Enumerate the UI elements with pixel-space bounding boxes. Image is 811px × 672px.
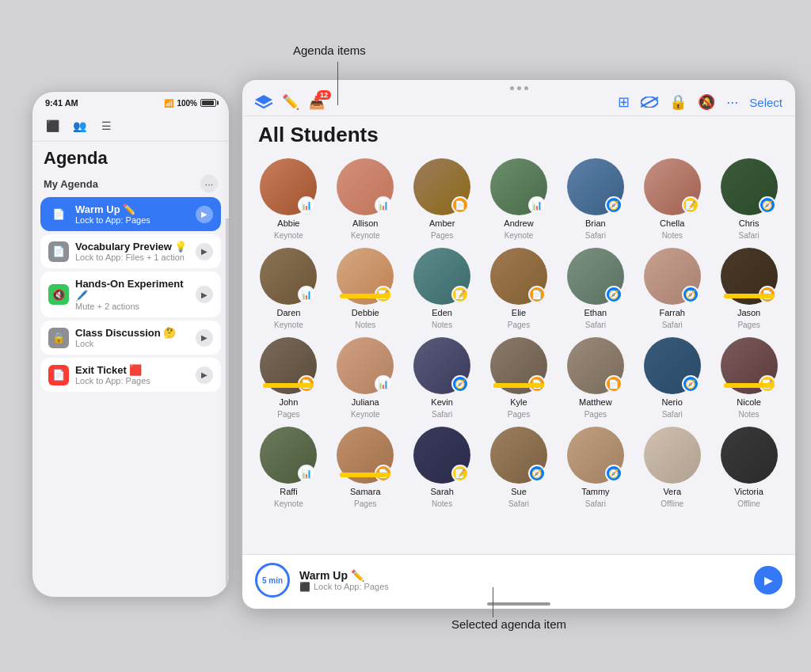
student-raffi[interactable]: 📊 Raffi Keynote [252,427,326,508]
andrew-avatar-wrap: 📊 [490,158,547,215]
raffi-name: Raffi [280,487,297,496]
agenda-item-hands-on[interactable]: 🔇 Hands-On Experiment 🖊️ Mute + 2 action… [40,271,221,317]
mute-icon[interactable]: 🔕 [698,93,715,111]
layers-small-icon: ⬛ [299,582,310,592]
hands-on-play-button[interactable]: ▶ [196,286,213,303]
john-name: John [279,397,298,407]
home-indicator [487,602,550,606]
student-andrew[interactable]: 📊 Andrew Keynote [482,158,556,240]
farrah-app: Safari [662,321,683,329]
exit-ticket-icon: 📄 [48,365,69,385]
tammy-avatar-wrap: 🧭 [567,427,624,484]
student-samara[interactable]: 📄 Samara Pages [329,427,402,508]
brian-badge: 🧭 [605,196,623,214]
daren-name: Daren [276,308,300,317]
sidebar-toggle-icon[interactable]: ⬛ [42,116,63,136]
agenda-item-exit-ticket[interactable]: 📄 Exit Ticket 🟥 Lock to App: Pages ▶ [40,358,221,392]
student-sue[interactable]: 🧭 Sue Safari [482,427,556,508]
matthew-app: Pages [584,410,607,419]
people-icon[interactable]: 👥 [69,116,89,136]
student-farrah[interactable]: 🧭 Farrah Safari [635,248,709,329]
my-agenda-row: My Agenda ··· [32,172,229,197]
bottom-bar: 5 min Warm Up ✏️ ⬛ Lock to App: Pages ▶ [242,554,795,609]
juliana-name: Juliana [352,397,379,407]
victoria-avatar-wrap [721,427,778,484]
allison-app: Keynote [351,231,380,240]
grid-icon[interactable]: ⊞ [618,93,630,111]
pencil-icon[interactable]: ✏️ [282,93,299,111]
warm-up-title: Warm Up ✏️ [75,203,196,215]
john-avatar-wrap: 📄 [260,337,317,394]
student-chris[interactable]: 🧭 Chris Safari [712,158,786,240]
hands-on-sub: Mute + 2 actions [75,302,196,311]
student-sarah[interactable]: 📝 Sarah Notes [406,427,479,508]
elie-name: Elie [512,308,526,317]
amber-avatar-wrap: 📄 [413,158,470,215]
my-agenda-more-button[interactable]: ··· [200,175,218,192]
top-dot-2 [517,86,521,90]
andrew-badge: 📊 [528,196,546,214]
student-ethan[interactable]: 🧭 Ethan Safari [558,248,632,329]
eden-name: Eden [432,308,452,317]
sarah-avatar-wrap: 📝 [413,427,470,484]
exit-ticket-play-button[interactable]: ▶ [196,366,213,384]
student-vera[interactable]: Vera Offline [635,427,709,508]
student-john[interactable]: 📄 John Pages [252,337,326,419]
select-button[interactable]: Select [749,96,782,109]
agenda-item-class-discussion[interactable]: 🔒 Class Discussion 🤔 Lock ▶ [40,321,221,355]
student-victoria[interactable]: Victoria Offline [712,427,786,508]
agenda-item-vocabulary[interactable]: 📄 Vocabulary Preview 💡 Lock to App: File… [40,234,221,268]
student-nicole[interactable]: 📝 Nicole Notes [712,337,786,419]
student-eden[interactable]: 📝 Eden Notes [406,248,479,329]
more-icon[interactable]: ··· [726,94,738,111]
student-kevin[interactable]: 🧭 Kevin Safari [406,337,479,419]
class-discussion-play-button[interactable]: ▶ [196,329,213,347]
nicole-yellow-bar [724,383,775,388]
samara-app: Pages [354,499,376,508]
samara-avatar-wrap: 📄 [337,427,394,484]
status-right: 📶 100% [164,99,216,108]
iphone-toolbar: ⬛ 👥 ☰ [32,111,229,142]
vera-app: Offline [661,499,683,508]
chris-app: Safari [739,231,760,240]
student-chella[interactable]: 📝 Chella Notes [635,158,709,240]
student-jason[interactable]: 📄 Jason Pages [712,248,786,329]
vocabulary-play-button[interactable]: ▶ [196,243,213,260]
agenda-item-warm-up[interactable]: 📄 Warm Up ✏️ Lock to App: Pages ▶ [40,197,221,231]
student-daren[interactable]: 📊 Daren Keynote [252,248,326,329]
lock-icon[interactable]: 🔒 [669,93,687,111]
student-debbie[interactable]: 📝 Debbie Notes [329,248,402,329]
samara-name: Samara [350,487,381,496]
list-icon[interactable]: ☰ [96,116,116,136]
ipad-toolbar-right: ⊞ 🔒 🔕 ··· Select [618,93,782,111]
kyle-yellow-bar [493,383,544,388]
layers-icon[interactable] [255,95,272,109]
student-abbie[interactable]: 📊 Abbie Keynote [252,158,326,240]
elie-badge: 📄 [528,286,546,303]
bottom-bar-play-button[interactable]: ▶ [754,566,782,594]
bottom-bar-title: Warm Up ✏️ [299,569,744,582]
student-juliana[interactable]: 📊 Juliana Keynote [329,337,402,419]
bottom-bar-subtitle: ⬛ Lock to App: Pages [299,582,744,592]
hide-icon[interactable] [641,97,658,108]
student-elie[interactable]: 📄 Elie Pages [482,248,556,329]
student-matthew[interactable]: 📄 Matthew Pages [558,337,632,419]
warm-up-play-button[interactable]: ▶ [196,206,213,223]
daren-app: Keynote [274,321,303,329]
nicole-avatar-wrap: 📝 [721,337,778,394]
annotation-line-selected [493,587,493,617]
warm-up-sub: Lock to App: Pages [75,215,196,225]
vocabulary-title: Vocabulary Preview 💡 [75,241,196,252]
matthew-avatar-wrap: 📄 [567,337,624,394]
student-allison[interactable]: 📊 Allison Keynote [329,158,402,240]
student-nerio[interactable]: 🧭 Nerio Safari [635,337,709,419]
student-tammy[interactable]: 🧭 Tammy Safari [558,427,632,508]
chris-name: Chris [739,218,760,228]
student-brian[interactable]: 🧭 Brian Safari [558,158,632,240]
student-kyle[interactable]: 📄 Kyle Pages [482,337,556,419]
inbox-icon[interactable]: 📥 12 [309,95,325,110]
nerio-name: Nerio [662,397,683,407]
student-amber[interactable]: 📄 Amber Pages [406,158,479,240]
sue-app: Safari [508,499,529,508]
ethan-badge: 🧭 [605,286,623,303]
